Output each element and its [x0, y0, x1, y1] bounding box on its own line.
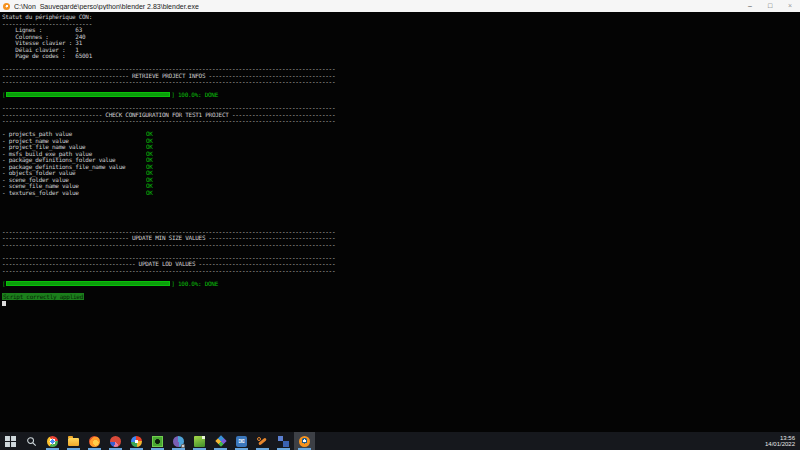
taskbar-item-app-blocks[interactable] [273, 432, 294, 450]
status-ok: OK [146, 189, 153, 196]
app-green-doc-icon [194, 436, 205, 447]
taskbar-item-blender[interactable] [294, 432, 315, 450]
taskbar-item-firefox[interactable] [84, 432, 105, 450]
desktop: C:\Non_Sauvegardé\perso\python\blender 2… [0, 0, 800, 450]
taskbar-item-app-green-doc[interactable] [189, 432, 210, 450]
taskbar: ✉ 13:56 14/01/2022 [0, 432, 800, 450]
restore-button[interactable]: □ [760, 0, 780, 12]
firefox-icon [89, 436, 100, 447]
taskbar-items: ✉ [0, 432, 315, 450]
blender-icon [299, 436, 310, 447]
console-line [2, 300, 800, 307]
app-diamond-icon [215, 435, 226, 446]
blender-app-icon [3, 3, 10, 10]
progress-label: ] 100.0%: DONE [171, 91, 218, 98]
app-green-square-icon [152, 436, 163, 447]
app-colorful-circle-icon [131, 436, 142, 447]
taskbar-item-start[interactable] [0, 432, 21, 450]
file-explorer-icon [68, 438, 79, 446]
app-red-swirl-icon [110, 436, 121, 447]
clock-date: 14/01/2022 [765, 441, 795, 448]
chrome-icon [47, 436, 58, 447]
window-controls: – □ × [740, 0, 800, 12]
console-cursor [2, 301, 6, 306]
script-applied-message: Script correctly applied [2, 293, 84, 300]
taskbar-item-chrome[interactable] [42, 432, 63, 450]
search-icon [26, 436, 37, 447]
taskbar-item-app-red-swirl[interactable] [105, 432, 126, 450]
app-tools-icon [257, 436, 268, 447]
minimize-button[interactable]: – [740, 0, 760, 12]
app-mail-icon: ✉ [236, 436, 247, 447]
progress-bar [6, 92, 170, 97]
check-label: - textures_folder value [2, 190, 146, 197]
taskbar-item-file-explorer[interactable] [63, 432, 84, 450]
taskbar-item-app-diamond[interactable] [210, 432, 231, 450]
taskbar-item-search[interactable] [21, 432, 42, 450]
taskbar-item-app-mail[interactable]: ✉ [231, 432, 252, 450]
close-button[interactable]: × [780, 0, 800, 12]
progress-bracket: [ [2, 91, 5, 98]
taskbar-clock[interactable]: 13:56 14/01/2022 [765, 435, 800, 448]
progress-fill [7, 282, 169, 285]
start-icon [5, 436, 16, 447]
console-output[interactable]: Statut du périphérique CON:-------------… [0, 12, 800, 432]
taskbar-item-app-colorful-circle[interactable] [126, 432, 147, 450]
window-title: C:\Non_Sauvegardé\perso\python\blender 2… [14, 3, 199, 10]
progress-fill [7, 93, 169, 96]
taskbar-item-app-green-square[interactable] [147, 432, 168, 450]
app-lock-icon [173, 436, 184, 447]
taskbar-item-app-lock[interactable] [168, 432, 189, 450]
progress-bar [6, 281, 170, 286]
window-titlebar[interactable]: C:\Non_Sauvegardé\perso\python\blender 2… [0, 0, 800, 12]
progress-label: ] 100.0%: DONE [171, 280, 218, 287]
taskbar-item-app-tools[interactable] [252, 432, 273, 450]
app-blocks-icon [278, 436, 289, 447]
